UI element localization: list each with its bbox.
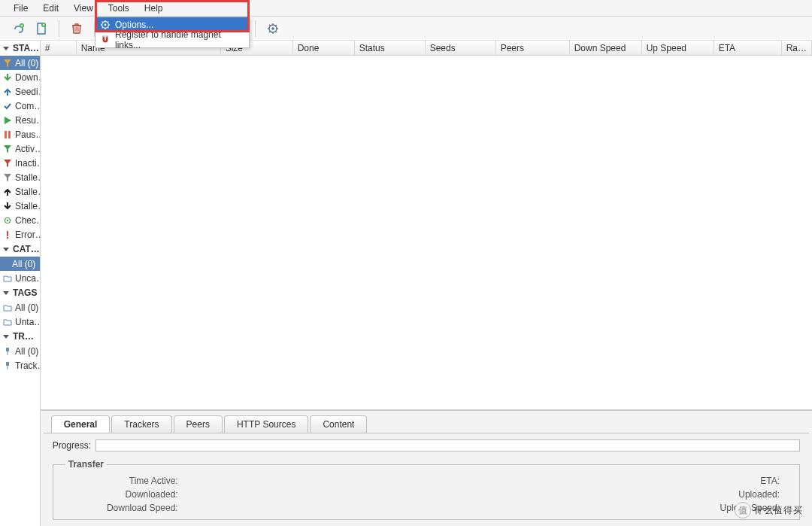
transfer-fieldset: Transfer Time Active: ETA: Downloaded: U…: [53, 459, 800, 520]
svg-line-24: [269, 31, 270, 32]
svg-rect-34: [6, 362, 9, 366]
svg-line-25: [276, 25, 277, 26]
menu-options-label: Options...: [115, 20, 153, 30]
content-area: # Name Size Done Status Seeds Peers Down…: [41, 41, 812, 526]
progress-label: Progress:: [53, 440, 91, 451]
svg-rect-31: [7, 237, 8, 239]
label-eta: ETA:: [667, 476, 787, 486]
col-downspeed[interactable]: Down Speed: [570, 41, 642, 55]
svg-line-22: [269, 25, 270, 26]
gear-icon: [3, 216, 12, 225]
svg-line-6: [102, 22, 103, 23]
funnel-icon: [3, 159, 12, 168]
tab-peers[interactable]: Peers: [174, 415, 223, 433]
sidebar-tracker-trackerless[interactable]: Track…: [0, 358, 40, 372]
svg-rect-35: [8, 366, 8, 369]
sidebar-tags-header[interactable]: TAGS: [0, 285, 40, 300]
sidebar-tag-all[interactable]: All (0): [0, 300, 40, 315]
tab-http-sources[interactable]: HTTP Sources: [224, 415, 308, 433]
col-ratio[interactable]: Ra…: [782, 41, 812, 55]
progress-bar: [95, 439, 800, 452]
torrent-table-body[interactable]: [41, 56, 812, 410]
svg-line-9: [108, 22, 108, 23]
gear-icon: [100, 20, 111, 30]
col-index[interactable]: #: [41, 41, 77, 55]
sidebar-status-stalled-down[interactable]: Stalle…: [0, 199, 40, 213]
menu-file[interactable]: File: [6, 1, 35, 16]
menu-tools[interactable]: Tools: [101, 1, 137, 16]
sidebar-status-active[interactable]: Activ…: [0, 141, 40, 156]
svg-rect-30: [7, 231, 8, 236]
sidebar-status-all[interactable]: All (0): [0, 56, 40, 70]
sidebar-tag-untagged[interactable]: Unta…: [0, 315, 40, 329]
sidebar-status-stalled-up[interactable]: Stalle…: [0, 184, 40, 199]
svg-point-29: [7, 219, 8, 220]
label-uploaded: Uploaded:: [667, 489, 787, 500]
col-seeds[interactable]: Seeds: [426, 41, 496, 55]
tab-trackers[interactable]: Trackers: [111, 415, 171, 433]
svg-point-1: [105, 24, 107, 26]
col-upspeed[interactable]: Up Speed: [642, 41, 714, 55]
svg-rect-11: [106, 36, 108, 38]
arrow-up-icon: [3, 87, 12, 96]
sidebar-status-seeding[interactable]: Seedi…: [0, 84, 40, 99]
svg-rect-33: [8, 351, 8, 355]
svg-point-17: [271, 27, 274, 30]
tab-general[interactable]: General: [51, 415, 111, 433]
magnet-icon: [100, 35, 111, 45]
label-downloaded: Downloaded:: [65, 489, 186, 500]
sidebar-status-resumed[interactable]: Resu…: [0, 113, 40, 127]
preferences-button[interactable]: [264, 20, 282, 38]
sidebar-status-checking[interactable]: Chec…: [0, 213, 40, 227]
arrow-down-icon: [3, 202, 12, 211]
menu-register-magnet-label: Register to handle magnet links...: [115, 29, 249, 50]
sidebar-status-stalled[interactable]: Stalle…: [0, 170, 40, 184]
delete-button[interactable]: [68, 20, 86, 38]
tracker-icon: [3, 361, 12, 370]
sidebar-cat-uncategorized[interactable]: Unca…: [0, 271, 40, 285]
menu-view[interactable]: View: [66, 1, 101, 16]
sidebar-status-errored[interactable]: Error…: [0, 227, 40, 242]
pause-icon: [3, 130, 12, 139]
sidebar-status-paused[interactable]: Paus…: [0, 127, 40, 141]
col-done[interactable]: Done: [293, 41, 355, 55]
arrow-down-icon: [3, 73, 12, 82]
sidebar-tracker-all[interactable]: All (0): [0, 344, 40, 358]
svg-line-23: [276, 31, 277, 32]
col-status[interactable]: Status: [355, 41, 426, 55]
sidebar-categories-header[interactable]: CAT…: [0, 242, 40, 257]
sidebar-status-downloading[interactable]: Down…: [0, 70, 40, 84]
tab-content[interactable]: Content: [310, 415, 367, 433]
tracker-icon: [3, 347, 12, 356]
watermark: 值什么值得买: [735, 502, 803, 518]
sidebar-trackers-header[interactable]: TR…: [0, 329, 40, 344]
folder-icon: [3, 303, 12, 312]
detail-tabstrip: General Trackers Peers HTTP Sources Cont…: [44, 415, 809, 433]
sidebar-status-header[interactable]: STA…: [0, 41, 40, 56]
add-torrent-link-button[interactable]: [10, 20, 28, 38]
sidebar-cat-all[interactable]: All (0): [0, 257, 40, 271]
menu-help[interactable]: Help: [137, 1, 171, 16]
toolbar-separator: [59, 20, 59, 37]
toolbar-separator: [255, 20, 256, 37]
error-icon: [3, 230, 12, 239]
tools-dropdown: Options... Register to handle magnet lin…: [95, 17, 250, 48]
arrow-up-icon: [3, 187, 12, 196]
folder-icon: [3, 274, 12, 283]
folder-icon: [3, 318, 12, 327]
menubar: File Edit View Tools Help: [0, 0, 812, 17]
add-torrent-file-button[interactable]: [32, 20, 50, 38]
svg-rect-27: [8, 131, 11, 138]
col-eta[interactable]: ETA: [714, 41, 782, 55]
menu-edit[interactable]: Edit: [35, 1, 66, 16]
svg-rect-26: [5, 131, 7, 138]
main-area: STA… All (0) Down… Seedi… Com… Resu… Pau…: [0, 41, 812, 526]
sidebar-status-inactive[interactable]: Inacti…: [0, 156, 40, 170]
play-icon: [3, 116, 12, 125]
menu-register-magnet[interactable]: Register to handle magnet links...: [95, 32, 249, 47]
col-peers[interactable]: Peers: [496, 41, 570, 55]
funnel-icon: [3, 59, 12, 68]
sidebar-status-completed[interactable]: Com…: [0, 99, 40, 113]
svg-line-7: [108, 27, 108, 28]
svg-line-8: [102, 27, 103, 28]
